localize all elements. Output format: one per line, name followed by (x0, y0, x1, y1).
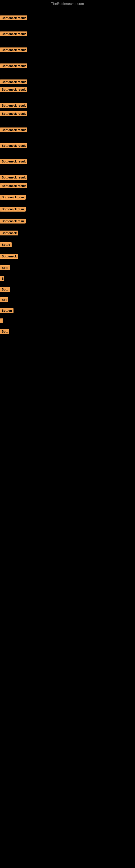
bottleneck-item: Bottleneck resu (0, 195, 26, 201)
bottleneck-item: Bottleneck result (0, 159, 27, 165)
bottleneck-item: Bottlen (0, 308, 13, 314)
site-title: TheBottlenecker.com (0, 0, 135, 7)
bottleneck-item: Bot (0, 297, 8, 303)
bottleneck-item: | (0, 318, 3, 324)
bottleneck-badge[interactable]: Bottleneck result (0, 159, 27, 164)
bottleneck-badge[interactable]: Bottleneck (0, 254, 18, 259)
bottleneck-item: Bottl (0, 287, 10, 293)
bottleneck-item: Bottleneck result (0, 175, 27, 181)
bottleneck-item: Bottleneck result (0, 48, 27, 54)
bottleneck-badge[interactable]: Bottleneck resu (0, 195, 26, 199)
bottleneck-item: B (0, 276, 4, 282)
bottleneck-badge[interactable]: Bottlen (0, 308, 13, 313)
bottleneck-item: Bottleneck result (0, 111, 27, 117)
bottleneck-badge[interactable]: Bottleneck resu (0, 207, 26, 212)
bottleneck-item: Bottl (0, 265, 10, 271)
bottleneck-badge[interactable]: Bottleneck result (0, 31, 27, 36)
bottleneck-badge[interactable]: Bottleneck result (0, 63, 27, 68)
bottleneck-badge[interactable]: Bottleneck result (0, 175, 27, 180)
bottleneck-item: Bottleneck result (0, 183, 27, 189)
bottleneck-item: Bottleneck resu (0, 219, 26, 225)
bottleneck-item: Bottleneck resu (0, 207, 26, 213)
bottleneck-badge[interactable]: Bottleneck (0, 230, 18, 236)
bottleneck-badge[interactable]: Bottleneck result (0, 111, 27, 116)
bottleneck-badge[interactable]: Bottleneck result (0, 127, 27, 132)
bottleneck-item: Bottleneck result (0, 31, 27, 37)
bottleneck-item: Bottleneck result (0, 80, 27, 86)
bottleneck-item: Bottleneck result (0, 63, 27, 69)
bottleneck-badge[interactable]: | (0, 318, 3, 323)
bottleneck-badge[interactable]: Bottleneck resu (0, 219, 26, 223)
bottleneck-item: Bottleneck (0, 230, 18, 237)
bottleneck-item: Bott (0, 329, 9, 335)
bottleneck-badge[interactable]: Bottl (0, 265, 10, 270)
bottleneck-badge[interactable]: Bottleneck result (0, 183, 27, 188)
bottleneck-item: Bottleneck result (0, 16, 27, 22)
bottleneck-item: Bottleneck result (0, 143, 27, 149)
bottleneck-badge[interactable]: Bottleneck result (0, 16, 27, 20)
bottleneck-item: Bottleneck result (0, 87, 27, 93)
bottleneck-badge[interactable]: B (0, 276, 4, 281)
bottleneck-badge[interactable]: Bottleneck result (0, 103, 27, 108)
bottleneck-badge[interactable]: Bottleneck result (0, 48, 27, 52)
bottleneck-badge[interactable]: Bott (0, 329, 9, 334)
bottleneck-badge[interactable]: Bottl (0, 287, 10, 292)
bottleneck-badge[interactable]: Bottleneck result (0, 80, 27, 84)
bottleneck-item: Bottleneck result (0, 127, 27, 133)
bottleneck-item: Bottleneck (0, 254, 18, 260)
bottleneck-item: Bottleneck result (0, 103, 27, 109)
bottleneck-badge[interactable]: Bottleneck result (0, 87, 27, 92)
bottleneck-badge[interactable]: Bottleneck result (0, 143, 27, 148)
bottleneck-badge[interactable]: Bottle (0, 242, 12, 247)
bottleneck-badge[interactable]: Bot (0, 297, 8, 302)
bottleneck-item: Bottle (0, 242, 12, 248)
